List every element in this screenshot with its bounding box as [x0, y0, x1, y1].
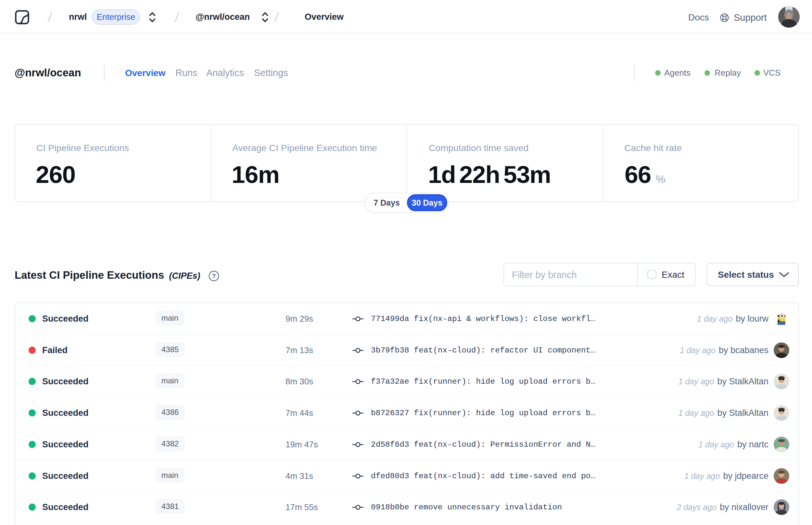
svg-text:?: ? — [212, 273, 216, 280]
